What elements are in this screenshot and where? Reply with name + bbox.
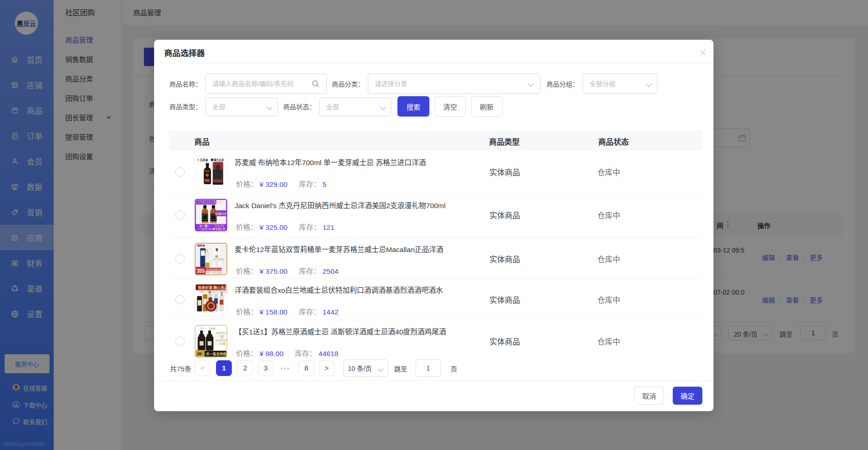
svg-text:限时秒杀价: 限时秒杀价 bbox=[196, 268, 204, 270]
svg-text:立减20元: 立减20元 bbox=[215, 212, 226, 216]
svg-text:¥152.5: ¥152.5 bbox=[213, 227, 225, 231]
svg-text:2杯 豪华杯具: 2杯 豪华杯具 bbox=[216, 339, 227, 342]
svg-text:买一瓶发两瓶: 买一瓶发两瓶 bbox=[206, 352, 226, 356]
svg-text:1瓶 原装正品: 1瓶 原装正品 bbox=[216, 332, 227, 334]
svg-text:买一赠一: 买一赠一 bbox=[199, 224, 210, 228]
svg-text:领券 下单立减20元: 领券 下单立减20元 bbox=[206, 271, 223, 274]
svg-text:曙光名酒: 曙光名酒 bbox=[214, 158, 224, 162]
svg-text:R—— · 黑麦醇: R—— · 黑麦醇 bbox=[201, 327, 216, 330]
svg-text:人气威士忌1L二瓶装特惠: 人气威士忌1L二瓶装特惠 bbox=[198, 201, 223, 204]
svg-text:洋酒 XO 白兰地 威士忌 伏特加 利口酒: 洋酒 XO 白兰地 威士忌 伏特加 利口酒 bbox=[199, 290, 227, 293]
svg-text:老K洋酒 首单关注有礼: 老K洋酒 首单关注有礼 bbox=[206, 268, 224, 271]
svg-text:人工甄选年份好酒: 人工甄选年份好酒 bbox=[198, 228, 215, 231]
svg-text:热卖好酒 精心选品: 热卖好酒 精心选品 bbox=[198, 285, 227, 290]
svg-text:JD田纳西威士忌组合: JD田纳西威士忌组合 bbox=[201, 222, 217, 224]
svg-text:.88: .88 bbox=[196, 352, 202, 356]
svg-text:苏麦威 ·: 苏麦威 · bbox=[200, 158, 210, 162]
svg-text:冰0元+礼盒甲包: 冰0元+礼盒甲包 bbox=[213, 258, 224, 260]
